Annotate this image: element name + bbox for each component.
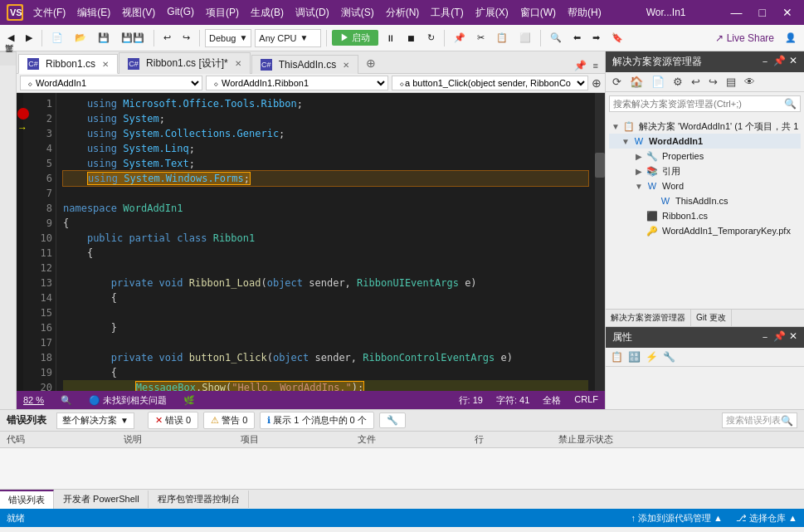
panel-collapse-button[interactable]: －	[760, 55, 770, 69]
zoom-level[interactable]: 82 %	[23, 395, 44, 405]
sol-view-button[interactable]: 👁	[741, 74, 758, 90]
sol-settings-button[interactable]: ↩	[688, 74, 704, 90]
properties-expand-icon[interactable]: ▶	[632, 152, 646, 161]
menu-edit[interactable]: 编辑(E)	[72, 4, 115, 22]
nav-add-button[interactable]: ⊕	[592, 76, 602, 90]
error-search-icon[interactable]: 🔍	[781, 415, 793, 427]
message-count-button[interactable]: ℹ 展示 1 个消息中的 0 个	[260, 412, 373, 429]
error-tab-powershell[interactable]: 开发者 PowerShell	[55, 491, 149, 508]
tab-close-addin[interactable]: ✕	[343, 61, 349, 70]
tab-ribbon1cs[interactable]: C# Ribbon1.cs ✕	[18, 54, 118, 74]
method-dropdown[interactable]: ⬦a button1_Click(object sender, RibbonCo	[392, 76, 588, 90]
start-button[interactable]: ▶ 启动	[332, 30, 378, 46]
solution-root[interactable]: ▼ 📋 解决方案 'WordAddIn1' (1 个项目，共 1	[609, 119, 801, 134]
tab-close-design[interactable]: ✕	[235, 59, 241, 68]
sol-refresh-button[interactable]: ↪	[705, 74, 721, 90]
panel-pin-button[interactable]: 📌	[773, 55, 786, 69]
menu-project[interactable]: 项目(P)	[201, 4, 244, 22]
toolbar-more-2[interactable]: ✂	[473, 30, 489, 46]
close-button[interactable]: ✕	[777, 4, 797, 21]
menu-file[interactable]: 文件(F)	[28, 4, 71, 22]
warning-count-button[interactable]: ⚠ 警告 0	[203, 412, 255, 429]
tree-properties[interactable]: ▶ 🔧 Properties	[609, 149, 801, 164]
menu-window[interactable]: 窗口(W)	[515, 4, 561, 22]
bookmark-prev-button[interactable]: ⬅	[569, 30, 585, 46]
word-expand-icon[interactable]: ▼	[632, 182, 646, 191]
error-tab-pkgmgr[interactable]: 程序包管理器控制台	[149, 491, 249, 508]
menu-test[interactable]: 测试(S)	[336, 4, 379, 22]
breakpoint-marker[interactable]	[17, 108, 29, 120]
tree-thisaddin[interactable]: ▶ W ThisAddIn.cs	[609, 193, 801, 208]
menu-view[interactable]: 视图(V)	[117, 4, 160, 22]
refs-expand-icon[interactable]: ▶	[632, 167, 646, 176]
menu-tools[interactable]: 工具(T)	[426, 4, 468, 22]
panel-close-button[interactable]: ✕	[789, 55, 797, 69]
toolbar-more-3[interactable]: 📋	[492, 30, 512, 46]
solution-search-input[interactable]	[610, 97, 781, 110]
tree-references[interactable]: ▶ 📚 引用	[609, 164, 801, 178]
props-events-icon[interactable]: ⚡	[644, 349, 660, 364]
forward-button[interactable]: ▶	[22, 30, 37, 46]
tab-close-ribbon1cs[interactable]: ✕	[102, 60, 109, 69]
tab-ribbon1design[interactable]: C# Ribbon1.cs [设计]* ✕	[119, 52, 251, 74]
account-button[interactable]: 👤	[781, 30, 801, 46]
save-all-button[interactable]: 💾💾	[117, 30, 149, 46]
liveshare-button[interactable]: ↗ Live Share	[715, 32, 774, 44]
git-icon[interactable]: 🌿	[183, 395, 195, 406]
error-count-button[interactable]: ✕ 错误 0	[148, 412, 198, 429]
stop-button[interactable]: ⏹	[402, 31, 420, 46]
props-sort-icon[interactable]: 🔠	[626, 349, 642, 364]
sol-show-files-button[interactable]: 📄	[648, 74, 668, 90]
sol-properties-button[interactable]: 🏠	[626, 74, 646, 90]
sol-sync-button[interactable]: ⟳	[609, 74, 625, 90]
props-minimize-btn[interactable]: －	[760, 330, 770, 344]
sol-collapse-button[interactable]: ▤	[723, 74, 739, 90]
panel-tab-git[interactable]: Git 更改	[691, 310, 732, 326]
maximize-button[interactable]: □	[754, 4, 771, 21]
tree-tempkey[interactable]: ▶ 🔑 WordAddIn1_TemporaryKey.pfx	[609, 223, 801, 238]
class-dropdown[interactable]: ⬦ WordAddIn1.Ribbon1	[206, 76, 388, 90]
tab-tool-pin[interactable]: 📌	[571, 58, 590, 73]
cpu-config-dropdown[interactable]: Any CPU ▼	[255, 29, 321, 47]
tree-ribbon1[interactable]: ▶ ⬛ Ribbon1.cs	[609, 208, 801, 223]
undo-button[interactable]: ↩	[159, 30, 175, 46]
add-source-button[interactable]: ↑ 添加到源代码管理 ▲	[631, 512, 724, 525]
redo-button[interactable]: ↪	[178, 30, 194, 46]
props-pin-btn[interactable]: 📌	[773, 330, 786, 344]
sol-filter-button[interactable]: ⚙	[670, 74, 686, 90]
restart-button[interactable]: ↻	[423, 30, 439, 46]
select-repo-button[interactable]: ⎇ 选择仓库 ▲	[736, 512, 797, 525]
bookmark-button[interactable]: 🔖	[607, 30, 627, 46]
error-scope-dropdown[interactable]: 整个解决方案 ▼	[56, 412, 134, 429]
props-pages-icon[interactable]: 🔧	[661, 349, 677, 364]
menu-build[interactable]: 生成(B)	[246, 4, 289, 22]
toolbar-more-1[interactable]: 📌	[450, 30, 470, 46]
toolbar-more-4[interactable]: ⬜	[515, 30, 535, 46]
pause-button[interactable]: ⏸	[382, 31, 399, 46]
search-button[interactable]: 🔍	[546, 30, 566, 46]
open-button[interactable]: 📂	[71, 30, 90, 46]
scrollbar-thumb[interactable]	[595, 153, 605, 178]
save-button[interactable]: 💾	[94, 30, 114, 46]
error-tab-errors[interactable]: 错误列表	[0, 490, 54, 509]
search-icon[interactable]: 🔍	[781, 96, 800, 111]
menu-analyze[interactable]: 分析(N)	[381, 4, 425, 22]
tab-add-button[interactable]: ⊕	[359, 53, 383, 73]
sidebar-tab-toolbox[interactable]: 工具箱	[0, 51, 16, 66]
menu-help[interactable]: 帮助(H)	[563, 4, 607, 22]
menu-git[interactable]: Git(G)	[162, 4, 199, 22]
minimize-button[interactable]: —	[726, 4, 748, 21]
error-filter-btn[interactable]: 🔧	[379, 412, 406, 428]
code-content[interactable]: using Microsoft.Office.Tools.Ribbon; usi…	[56, 93, 595, 391]
solution-expand-icon[interactable]: ▼	[609, 122, 622, 131]
editor-scrollbar[interactable]	[595, 93, 605, 391]
bookmark-next-button[interactable]: ➡	[588, 30, 604, 46]
tab-tool-more[interactable]: ≡	[590, 59, 602, 72]
new-file-button[interactable]: 📄	[47, 30, 67, 46]
menu-extensions[interactable]: 扩展(X)	[470, 4, 514, 22]
project-node[interactable]: ▼ W WordAddIn1	[609, 134, 801, 149]
panel-tab-solution[interactable]: 解决方案资源管理器	[606, 310, 691, 326]
back-button[interactable]: ◀	[3, 30, 18, 46]
debug-config-dropdown[interactable]: Debug ▼	[205, 29, 251, 47]
project-expand-icon[interactable]: ▼	[619, 137, 632, 146]
